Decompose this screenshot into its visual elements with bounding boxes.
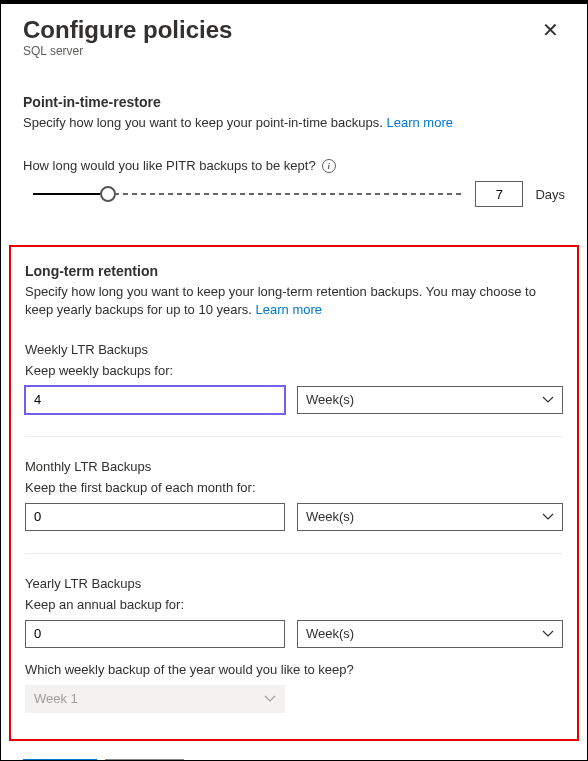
info-icon[interactable]: i	[322, 159, 336, 173]
ltr-title: Long-term retention	[25, 263, 563, 279]
pitr-slider-row: Days	[23, 181, 565, 207]
monthly-ltr-value-input[interactable]	[25, 503, 285, 531]
slider-fill	[33, 193, 108, 195]
pitr-days-unit: Days	[535, 187, 565, 202]
weekly-ltr-value-input[interactable]	[25, 386, 285, 414]
chevron-down-icon	[542, 394, 554, 406]
yearly-week-question: Which weekly backup of the year would yo…	[25, 662, 563, 677]
slider-thumb[interactable]	[100, 186, 116, 202]
weekly-ltr-block: Weekly LTR Backups Keep weekly backups f…	[25, 342, 563, 414]
page-title: Configure policies	[23, 16, 232, 44]
pitr-question-text: How long would you like PITR backups to …	[23, 158, 316, 173]
yearly-week-value: Week 1	[34, 691, 78, 706]
pitr-slider[interactable]	[23, 183, 463, 205]
pitr-desc-text: Specify how long you want to keep your p…	[23, 115, 383, 130]
monthly-ltr-label: Monthly LTR Backups	[25, 459, 563, 474]
yearly-ltr-sublabel: Keep an annual backup for:	[25, 597, 563, 612]
weekly-ltr-unit-select[interactable]: Week(s)	[297, 386, 563, 414]
weekly-ltr-label: Weekly LTR Backups	[25, 342, 563, 357]
chevron-down-icon	[542, 511, 554, 523]
panel-header: Configure policies SQL server ✕	[23, 16, 565, 58]
yearly-ltr-unit-text: Week(s)	[306, 626, 354, 641]
chevron-down-icon	[264, 693, 276, 705]
weekly-ltr-sublabel: Keep weekly backups for:	[25, 363, 563, 378]
weekly-ltr-unit-text: Week(s)	[306, 392, 354, 407]
monthly-ltr-sublabel: Keep the first backup of each month for:	[25, 480, 563, 495]
monthly-ltr-block: Monthly LTR Backups Keep the first backu…	[25, 459, 563, 531]
monthly-ltr-unit-text: Week(s)	[306, 509, 354, 524]
yearly-week-select: Week 1	[25, 685, 285, 713]
ltr-learn-more-link[interactable]: Learn more	[256, 302, 322, 317]
ltr-description: Specify how long you want to keep your l…	[25, 283, 563, 319]
divider	[25, 436, 563, 437]
yearly-ltr-value-input[interactable]	[25, 620, 285, 648]
ltr-section: Long-term retention Specify how long you…	[9, 245, 579, 740]
pitr-days-input[interactable]	[475, 181, 523, 207]
page-subtitle: SQL server	[23, 44, 232, 58]
yearly-ltr-unit-select[interactable]: Week(s)	[297, 620, 563, 648]
yearly-ltr-label: Yearly LTR Backups	[25, 576, 563, 591]
divider	[25, 553, 563, 554]
yearly-ltr-block: Yearly LTR Backups Keep an annual backup…	[25, 576, 563, 713]
close-icon[interactable]: ✕	[536, 16, 565, 44]
monthly-ltr-unit-select[interactable]: Week(s)	[297, 503, 563, 531]
chevron-down-icon	[542, 628, 554, 640]
pitr-question-row: How long would you like PITR backups to …	[23, 158, 565, 173]
pitr-section: Point-in-time-restore Specify how long y…	[23, 94, 565, 207]
pitr-learn-more-link[interactable]: Learn more	[387, 115, 453, 130]
pitr-title: Point-in-time-restore	[23, 94, 565, 110]
pitr-description: Specify how long you want to keep your p…	[23, 114, 565, 132]
